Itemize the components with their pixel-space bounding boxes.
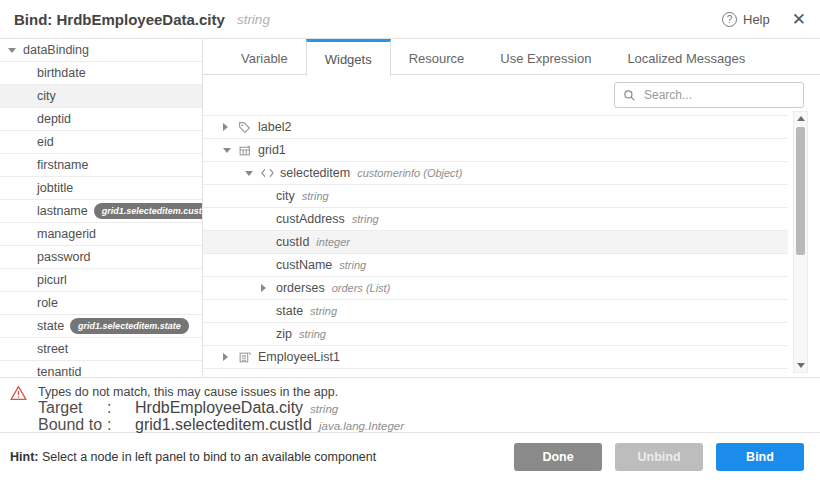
tree-node-label: city bbox=[276, 189, 295, 203]
search-box[interactable] bbox=[614, 82, 804, 108]
tree-node-label: custId bbox=[276, 235, 309, 249]
unbind-button[interactable]: Unbind bbox=[615, 443, 703, 471]
tree-node-type: customerinfo (Object) bbox=[357, 167, 462, 179]
tab-resource[interactable]: Resource bbox=[391, 39, 483, 75]
tree-node-type: string bbox=[310, 305, 337, 317]
caret-right-icon[interactable] bbox=[223, 123, 228, 131]
tab-bar: VariableWidgetsResourceUse ExpressionLoc… bbox=[203, 39, 820, 75]
tree-node-type: integer bbox=[316, 236, 350, 248]
warning-icon bbox=[10, 384, 38, 432]
target-value-wrap: HrdbEmployeeData.citystring bbox=[135, 400, 404, 417]
tree-node-employeelist1[interactable]: EmployeeList1 bbox=[203, 346, 788, 369]
sidebar-item-managerid[interactable]: managerid bbox=[0, 223, 202, 246]
type-mismatch-warning: Types do not match, this may cause issue… bbox=[0, 377, 820, 432]
tab-use-expression[interactable]: Use Expression bbox=[482, 39, 609, 75]
target-value: HrdbEmployeeData.city bbox=[135, 399, 303, 416]
tree-node-label: orderses bbox=[276, 281, 325, 295]
sidebar-item-label: eid bbox=[37, 135, 54, 149]
dialog-title-type: string bbox=[237, 12, 270, 27]
bound-value-wrap: grid1.selecteditem.custIdjava.lang.Integ… bbox=[135, 417, 404, 434]
scroll-down-icon[interactable] bbox=[794, 363, 807, 368]
caret-down-icon[interactable] bbox=[245, 171, 253, 176]
caret-right-icon[interactable] bbox=[261, 284, 266, 292]
caret-slot bbox=[223, 148, 238, 153]
caret-slot bbox=[245, 171, 260, 176]
dialog-body: dataBinding birthdatecitydeptideidfirstn… bbox=[0, 39, 820, 377]
tree-node-label: grid1 bbox=[258, 143, 286, 157]
sidebar-item-firstname[interactable]: firstname bbox=[0, 154, 202, 177]
sidebar-item-deptid[interactable]: deptid bbox=[0, 108, 202, 131]
help-button[interactable]: ? Help bbox=[722, 12, 770, 27]
caret-down-icon[interactable] bbox=[223, 148, 231, 153]
caret-right-icon[interactable] bbox=[223, 353, 228, 361]
dialog-footer: Hint: Select a node in left panel to bin… bbox=[0, 432, 820, 488]
widget-tree: label2grid1selecteditemcustomerinfo (Obj… bbox=[203, 115, 788, 369]
target-type: string bbox=[310, 403, 338, 415]
sidebar-item-label: birthdate bbox=[37, 66, 86, 80]
caret-down-icon[interactable] bbox=[8, 48, 16, 53]
scroll-up-icon[interactable] bbox=[794, 116, 807, 121]
scrollbar[interactable] bbox=[793, 111, 808, 373]
sidebar-item-password[interactable]: password bbox=[0, 246, 202, 269]
tree-node-label2[interactable]: label2 bbox=[203, 116, 788, 139]
title-bar-actions: ? Help ✕ bbox=[722, 11, 806, 28]
tree-node-label: EmployeeList1 bbox=[258, 350, 340, 364]
scrollbar-thumb[interactable] bbox=[796, 127, 805, 255]
warning-target-row: Target : HrdbEmployeeData.citystring bbox=[38, 400, 404, 417]
tree-node-custname[interactable]: custNamestring bbox=[203, 254, 788, 277]
bind-button[interactable]: Bind bbox=[716, 443, 804, 471]
search-icon bbox=[623, 89, 636, 102]
sidebar-item-label: password bbox=[37, 250, 91, 264]
sidebar-item-databinding[interactable]: dataBinding bbox=[0, 39, 202, 62]
tree-node-custaddress[interactable]: custAddressstring bbox=[203, 208, 788, 231]
target-label: Target bbox=[38, 400, 107, 417]
title-bar: Bind: HrdbEmployeeData.city string ? Hel… bbox=[0, 0, 820, 39]
search-input[interactable] bbox=[642, 87, 803, 103]
tree-node-type: string bbox=[299, 328, 326, 340]
tree-node-type: string bbox=[339, 259, 366, 271]
tag-icon bbox=[238, 121, 258, 134]
tree-node-label: custAddress bbox=[276, 212, 345, 226]
sidebar-item-tenantid[interactable]: tenantid bbox=[0, 361, 202, 377]
sidebar-item-city[interactable]: city bbox=[0, 85, 202, 108]
sidebar-item-street[interactable]: street bbox=[0, 338, 202, 361]
bind-dialog: Bind: HrdbEmployeeData.city string ? Hel… bbox=[0, 0, 820, 488]
code-icon bbox=[260, 167, 280, 179]
tree-node-custid[interactable]: custIdinteger bbox=[203, 231, 788, 254]
tree-node-type: orders (List) bbox=[332, 282, 391, 294]
warning-lines: Types do not match, this may cause issue… bbox=[38, 384, 404, 432]
warning-message: Types do not match, this may cause issue… bbox=[38, 384, 404, 400]
sidebar-item-lastname[interactable]: lastnamegrid1.selecteditem.custNam bbox=[0, 200, 202, 223]
tree-node-city[interactable]: citystring bbox=[203, 185, 788, 208]
sidebar-item-jobtitle[interactable]: jobtitle bbox=[0, 177, 202, 200]
sidebar-item-birthdate[interactable]: birthdate bbox=[0, 62, 202, 85]
sidebar-item-eid[interactable]: eid bbox=[0, 131, 202, 154]
sidebar-item-state[interactable]: stategrid1.selecteditem.state bbox=[0, 315, 202, 338]
sidebar-item-label: managerid bbox=[37, 227, 96, 241]
sidebar-item-label: city bbox=[37, 89, 56, 103]
tree-node-zip[interactable]: zipstring bbox=[203, 323, 788, 346]
sidebar-item-label: picurl bbox=[37, 273, 67, 287]
tab-variable[interactable]: Variable bbox=[223, 39, 306, 75]
sidebar-item-label: jobtitle bbox=[37, 181, 73, 195]
sidebar-item-picurl[interactable]: picurl bbox=[0, 269, 202, 292]
tree-node-label: state bbox=[276, 304, 303, 318]
binding-badge: grid1.selecteditem.state bbox=[70, 318, 189, 334]
caret-slot bbox=[261, 284, 276, 292]
tab-widgets[interactable]: Widgets bbox=[306, 39, 391, 76]
tree-node-type: string bbox=[352, 213, 379, 225]
list-icon bbox=[238, 351, 258, 364]
tree-node-label: custName bbox=[276, 258, 332, 272]
tab-localized-messages[interactable]: Localized Messages bbox=[609, 39, 763, 75]
bound-value: grid1.selecteditem.custId bbox=[135, 416, 312, 433]
close-icon[interactable]: ✕ bbox=[792, 11, 806, 28]
sidebar-item-role[interactable]: role bbox=[0, 292, 202, 315]
tree-node-selecteditem[interactable]: selecteditemcustomerinfo (Object) bbox=[203, 162, 788, 185]
tree-node-state[interactable]: statestring bbox=[203, 300, 788, 323]
done-button[interactable]: Done bbox=[514, 443, 602, 471]
tree-node-grid1[interactable]: grid1 bbox=[203, 139, 788, 162]
tree-node-orderses[interactable]: ordersesorders (List) bbox=[203, 277, 788, 300]
bound-type: java.lang.Integer bbox=[319, 420, 404, 432]
sidebar-item-label: lastname bbox=[37, 204, 88, 218]
sidebar-item-label: deptid bbox=[37, 112, 71, 126]
